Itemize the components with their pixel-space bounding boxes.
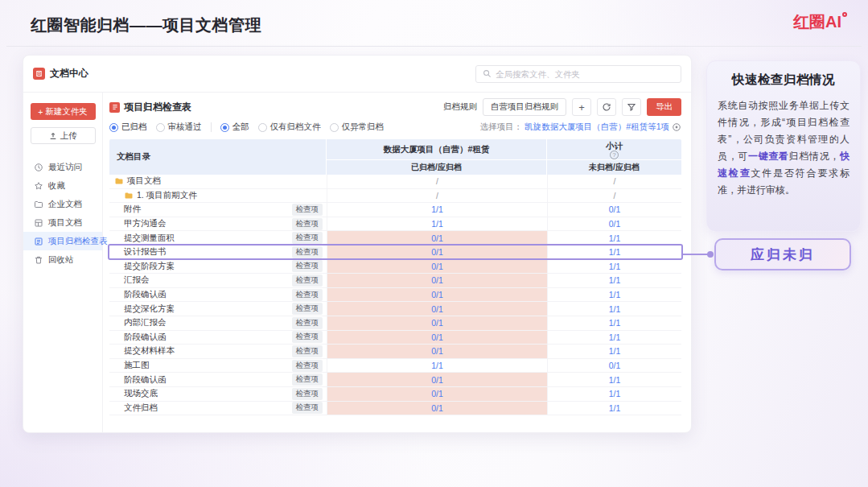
row-name: 1. 项目前期文件 (137, 190, 197, 201)
row-name: 阶段确认函 (124, 289, 167, 300)
col-header-project: 数据大厦项目（自营）#租赁 (327, 139, 547, 159)
app-title: 文档中心 (33, 67, 88, 80)
check-item-tag: 检查项 (292, 388, 323, 400)
brand-logo: 红圈AI (793, 11, 847, 33)
archived-cell: 1/1 (327, 203, 547, 217)
upload-button[interactable]: 上传 (31, 127, 96, 144)
table-row[interactable]: 附件检查项1/10/1 (109, 203, 681, 217)
folder-icon (34, 200, 43, 209)
table-row[interactable]: 提交测量面积检查项0/11/1 (109, 231, 681, 246)
filter-radio-仅异常归档[interactable]: 仅异常归档 (330, 122, 385, 133)
check-item-tag: 检查项 (292, 331, 323, 343)
sidebar-item-项目文档[interactable]: 项目文档 (23, 213, 102, 232)
table-row[interactable]: 提交深化方案检查项0/11/1 (109, 302, 681, 316)
col-subheader-archived: 已归档/应归档 (327, 160, 547, 175)
filter-divider (211, 122, 212, 132)
selection-value[interactable]: 凯旋数据大厦项目（自营）#租赁等1项 (525, 122, 669, 133)
selection-label: 选择项目： (480, 122, 523, 133)
archived-cell: 0/1 (327, 260, 547, 274)
connector-dot (707, 251, 714, 258)
toolbar: 归档规则 自营项目归档规则 + 导出 (443, 98, 681, 116)
archived-cell: 0/1 (327, 288, 547, 302)
app-window: 文档中心 + 新建文件夹 上传 最近访问收藏企业文档项目文档项目归档检查表回收站 (23, 55, 692, 433)
radio-icon (156, 123, 165, 132)
unarchived-cell: 1/1 (547, 402, 681, 415)
table-row[interactable]: 内部汇报会检查项0/11/1 (109, 316, 681, 331)
archive-rule-select[interactable]: 自营项目归档规则 (483, 98, 566, 116)
panel-text: 归档情况， (789, 151, 840, 162)
sidebar-item-最近访问[interactable]: 最近访问 (23, 158, 102, 176)
table-row[interactable]: 现场交底检查项0/11/1 (109, 387, 681, 402)
table-row[interactable]: 设计报告书检查项0/11/1 (109, 246, 681, 260)
table-row[interactable]: 项目文档// (109, 175, 681, 189)
row-name: 提交测量面积 (124, 233, 175, 244)
sidebar-item-回收站[interactable]: 回收站 (23, 250, 102, 269)
check-item-tag: 检查项 (292, 274, 323, 287)
table-row[interactable]: 提交阶段方案检查项0/11/1 (109, 260, 681, 274)
table-row[interactable]: 1. 项目前期文件// (109, 189, 681, 204)
archived-cell: 1/1 (327, 359, 547, 373)
sidebar-item-label: 项目归档检查表 (48, 236, 108, 247)
sidebar-item-企业文档[interactable]: 企业文档 (23, 195, 102, 213)
sidebar: + 新建文件夹 上传 最近访问收藏企业文档项目文档项目归档检查表回收站 (23, 93, 103, 433)
archive-rule-label: 归档规则 (443, 101, 477, 113)
table-row[interactable]: 施工图检查项1/10/1 (109, 359, 681, 374)
explainer-panel: 快速检查归档情况 系统自动按照业务单据上传文件情况，形成“项目归档检查表”，公司… (706, 60, 861, 232)
check-item-tag: 检查项 (292, 360, 323, 372)
help-icon[interactable]: ? (610, 151, 619, 159)
filter-radio-已归档[interactable]: 已归档 (109, 122, 147, 133)
table-row[interactable]: 汇报会检查项0/11/1 (109, 274, 681, 288)
unarchived-cell: / (547, 175, 681, 188)
check-item-tag: 检查项 (292, 289, 323, 301)
sidebar-item-项目归档检查表[interactable]: 项目归档检查表 (23, 232, 102, 250)
row-name: 汇报会 (124, 274, 150, 286)
filter-radio-全部[interactable]: 全部 (220, 122, 249, 133)
filter-button[interactable] (622, 98, 641, 116)
filter-radio-审核通过[interactable]: 审核通过 (156, 122, 202, 133)
check-item-tag: 检查项 (292, 204, 323, 216)
sidebar-item-label: 项目文档 (48, 217, 82, 229)
archived-cell: 0/1 (327, 373, 547, 386)
unarchived-cell: 1/1 (547, 260, 681, 274)
checklist-icon (34, 237, 43, 246)
radio-icon (109, 123, 118, 132)
panel-body: 系统自动按照业务单据上传文件情况，形成“项目归档检查表”，公司负责资料管理的人员… (718, 97, 849, 199)
filter-radio-仅有归档文件[interactable]: 仅有归档文件 (258, 122, 321, 133)
check-item-tag: 检查项 (292, 218, 323, 230)
archived-cell: 0/1 (327, 302, 547, 316)
table-row[interactable]: 甲方沟通会检查项1/10/1 (109, 217, 681, 232)
table-row[interactable]: 阶段确认函检查项0/11/1 (109, 373, 681, 387)
table-row[interactable]: 阶段确认函检查项0/11/1 (109, 331, 681, 345)
unarchived-cell: 0/1 (547, 359, 681, 373)
refresh-button[interactable] (597, 98, 616, 116)
archived-cell: 0/1 (327, 345, 547, 358)
search-input[interactable] (496, 69, 674, 79)
archived-cell: / (327, 189, 547, 203)
table-row[interactable]: 文件归档检查项0/11/1 (109, 402, 681, 416)
add-rule-button[interactable]: + (572, 98, 591, 116)
panel-title: 快速检查归档情况 (707, 72, 860, 89)
window-header: 文档中心 (23, 56, 691, 93)
check-item-tag: 检查项 (292, 303, 323, 315)
row-name: 附件 (124, 204, 141, 215)
unarchived-cell: 0/1 (547, 203, 681, 217)
table-row[interactable]: 阶段确认函检查项0/11/1 (109, 288, 681, 303)
row-name: 甲方沟通会 (124, 218, 167, 229)
archived-cell: 0/1 (327, 316, 547, 330)
trash-icon (34, 255, 43, 265)
row-name: 现场交底 (124, 388, 158, 399)
global-search[interactable] (475, 65, 681, 83)
row-name: 阶段确认函 (124, 374, 167, 386)
switch-project-icon[interactable] (672, 122, 681, 132)
upload-icon (49, 132, 57, 140)
export-button[interactable]: 导出 (647, 98, 681, 116)
unarchived-cell: 1/1 (547, 345, 681, 358)
sidebar-item-label: 最近访问 (48, 162, 82, 173)
row-name: 设计报告书 (124, 246, 167, 258)
star-icon (34, 181, 43, 191)
unarchived-cell: 0/1 (547, 217, 681, 231)
sidebar-item-收藏[interactable]: 收藏 (23, 176, 102, 195)
page-title: 红圈智能归档——项目文档管理 (31, 14, 261, 36)
table-row[interactable]: 提交材料样本检查项0/11/1 (109, 345, 681, 359)
new-folder-button[interactable]: + 新建文件夹 (31, 103, 96, 120)
